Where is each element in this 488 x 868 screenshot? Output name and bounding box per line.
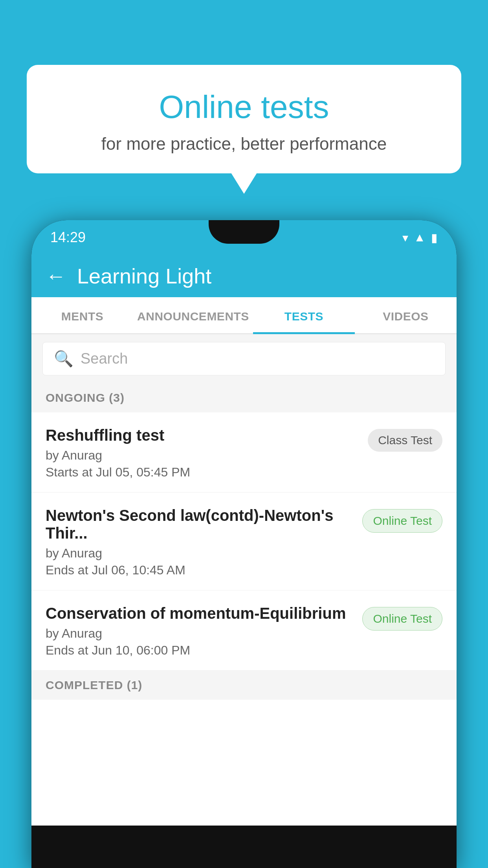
completed-label: COMPLETED (1) bbox=[46, 679, 142, 691]
search-bar[interactable]: 🔍 Search bbox=[42, 342, 446, 375]
wifi-icon: ▾ bbox=[402, 231, 408, 245]
test-time: Ends at Jul 06, 10:45 AM bbox=[46, 563, 354, 577]
phone-notch bbox=[209, 220, 279, 244]
test-info: Conservation of momentum-Equilibrium by … bbox=[46, 605, 362, 658]
speech-bubble-title: Online tests bbox=[46, 88, 442, 125]
battery-icon: ▮ bbox=[431, 231, 438, 245]
test-item[interactable]: Newton's Second law(contd)-Newton's Thir… bbox=[31, 493, 457, 590]
test-time: Starts at Jul 05, 05:45 PM bbox=[46, 465, 360, 480]
test-item[interactable]: Reshuffling test by Anurag Starts at Jul… bbox=[31, 412, 457, 493]
test-by: by Anurag bbox=[46, 546, 354, 561]
test-by: by Anurag bbox=[46, 448, 360, 463]
test-info: Reshuffling test by Anurag Starts at Jul… bbox=[46, 427, 368, 480]
search-container: 🔍 Search bbox=[31, 334, 457, 383]
status-bar: 14:29 ▾ ▲ ▮ bbox=[31, 220, 457, 255]
phone-frame: 14:29 ▾ ▲ ▮ ← Learning Light MENTS ANNOU… bbox=[31, 220, 457, 868]
tab-announcements[interactable]: ANNOUNCEMENTS bbox=[133, 297, 253, 333]
phone-time: 14:29 bbox=[50, 229, 86, 246]
back-button[interactable]: ← bbox=[46, 266, 66, 286]
test-info: Newton's Second law(contd)-Newton's Thir… bbox=[46, 507, 362, 577]
search-icon: 🔍 bbox=[54, 349, 73, 368]
status-icons: ▾ ▲ ▮ bbox=[402, 231, 438, 245]
speech-bubble-subtitle: for more practice, better performance bbox=[46, 134, 442, 154]
phone-content: ← Learning Light MENTS ANNOUNCEMENTS TES… bbox=[31, 255, 457, 826]
test-name: Newton's Second law(contd)-Newton's Thir… bbox=[46, 507, 354, 542]
tab-videos[interactable]: VIDEOS bbox=[355, 297, 457, 333]
speech-bubble: Online tests for more practice, better p… bbox=[27, 65, 461, 173]
tabs-bar: MENTS ANNOUNCEMENTS TESTS VIDEOS bbox=[31, 297, 457, 334]
app-title: Learning Light bbox=[77, 264, 211, 288]
tab-tests[interactable]: TESTS bbox=[253, 297, 355, 333]
app-header: ← Learning Light bbox=[31, 255, 457, 297]
badge-online-test: Online Test bbox=[362, 509, 442, 533]
completed-section-header: COMPLETED (1) bbox=[31, 671, 457, 700]
badge-class-test: Class Test bbox=[368, 429, 442, 452]
ongoing-section-header: ONGOING (3) bbox=[31, 383, 457, 412]
tab-ments[interactable]: MENTS bbox=[31, 297, 133, 333]
ongoing-label: ONGOING (3) bbox=[46, 391, 125, 404]
test-name: Conservation of momentum-Equilibrium bbox=[46, 605, 354, 622]
test-time: Ends at Jun 10, 06:00 PM bbox=[46, 643, 354, 658]
signal-icon: ▲ bbox=[414, 231, 426, 244]
test-by: by Anurag bbox=[46, 626, 354, 641]
badge-online-test: Online Test bbox=[362, 607, 442, 631]
search-input[interactable]: Search bbox=[81, 350, 128, 367]
test-item[interactable]: Conservation of momentum-Equilibrium by … bbox=[31, 590, 457, 671]
test-name: Reshuffling test bbox=[46, 427, 360, 444]
